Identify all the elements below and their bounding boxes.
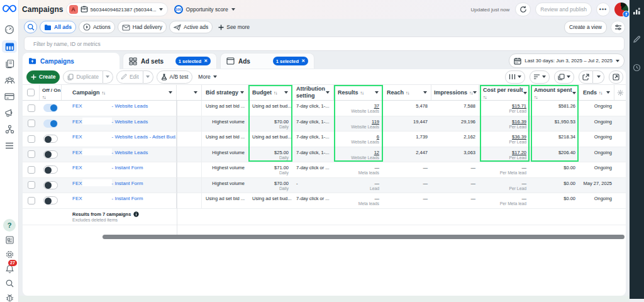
duplicate-more-button[interactable] bbox=[103, 70, 113, 84]
sidebar-item-notifications[interactable]: 27 bbox=[2, 263, 17, 274]
cell-results[interactable]: 119Website Leads bbox=[334, 116, 383, 131]
column-header-extra[interactable] bbox=[177, 85, 202, 100]
more-options-button[interactable]: ••• bbox=[596, 3, 610, 16]
create-button[interactable]: Create bbox=[26, 70, 60, 84]
tab-ad-sets[interactable]: Ad sets 1 selected✕ bbox=[123, 53, 217, 69]
row-checkbox[interactable] bbox=[23, 178, 40, 193]
export-button[interactable] bbox=[579, 70, 593, 84]
row-checkbox[interactable] bbox=[23, 131, 40, 147]
close-icon[interactable]: ✕ bbox=[204, 59, 208, 64]
tab-campaigns[interactable]: Campaigns bbox=[23, 53, 119, 69]
campaign-toggle[interactable] bbox=[40, 178, 62, 193]
campaign-name-link[interactable]: FEX- Website Leads bbox=[62, 101, 177, 116]
filter-chip-active-ads[interactable]: Active ads bbox=[169, 21, 213, 33]
selected-badge[interactable]: 1 selected✕ bbox=[175, 57, 211, 65]
date-range-selector[interactable]: Last 30 days: Jun 3, 2025 – Jul 2, 2025 bbox=[509, 53, 625, 68]
cell-results[interactable]: 37Website Leads bbox=[334, 101, 383, 116]
campaign-toggle[interactable] bbox=[40, 101, 62, 116]
column-header-ends[interactable]: Ends↑↓ bbox=[579, 85, 614, 100]
breakdown-button[interactable] bbox=[530, 70, 550, 84]
table-row[interactable]: FEX- Instant Form Highest volume $70.00D… bbox=[23, 178, 626, 194]
refresh-button[interactable] bbox=[515, 3, 531, 16]
cell-cost-per-result[interactable]: $36.39Per Lead bbox=[479, 131, 530, 147]
columns-button[interactable] bbox=[505, 70, 525, 84]
sidebar-item-campaigns[interactable] bbox=[2, 40, 17, 53]
column-header-bid-strategy[interactable]: Bid strategy bbox=[202, 85, 248, 100]
duplicate-button[interactable]: Duplicate bbox=[63, 70, 103, 84]
column-header-results[interactable]: Results↑↓ bbox=[334, 85, 383, 100]
cell-cost-per-result[interactable]: —Per Lead bbox=[479, 178, 530, 193]
table-row[interactable]: FEX- Instant Form Highest volume $71.00D… bbox=[23, 162, 626, 178]
open-in-new-button[interactable] bbox=[609, 70, 623, 84]
info-icon[interactable] bbox=[133, 211, 139, 217]
column-header-amount-spent[interactable]: Amount spent↑↓ bbox=[530, 85, 579, 100]
selected-badge[interactable]: 1 selected✕ bbox=[273, 57, 308, 65]
campaign-name-link[interactable]: FEX- Website Leads bbox=[62, 116, 177, 131]
campaign-toggle[interactable] bbox=[40, 193, 62, 208]
column-settings-button[interactable] bbox=[614, 85, 626, 100]
column-header-budget[interactable]: Budget↑↓ bbox=[248, 85, 292, 100]
campaign-name-link[interactable]: FEX- Instant Form bbox=[62, 162, 177, 177]
campaign-toggle[interactable] bbox=[40, 116, 62, 131]
column-header-onoff[interactable]: Off / On↑↓ bbox=[40, 85, 62, 100]
column-header-reach[interactable]: Reach↑↓ bbox=[383, 85, 431, 100]
sidebar-item-settings[interactable] bbox=[2, 249, 17, 260]
meta-logo-icon[interactable] bbox=[2, 4, 17, 14]
campaign-toggle[interactable] bbox=[40, 147, 62, 162]
search-button[interactable] bbox=[24, 21, 37, 33]
ab-test-button[interactable]: A/B test bbox=[157, 70, 193, 84]
sidebar-item-account-overview[interactable] bbox=[2, 24, 17, 35]
campaign-name-link[interactable]: FEX- Instant Form bbox=[62, 193, 177, 208]
table-row[interactable]: FEX- Website Leads Highest volume $25.00… bbox=[23, 147, 626, 163]
sidebar-item-updates[interactable] bbox=[2, 234, 17, 245]
sidebar-item-help[interactable]: ? bbox=[2, 220, 17, 231]
cell-results[interactable]: —Meta leads bbox=[334, 193, 383, 208]
table-row[interactable]: FEX- Website Leads Highest volume $70.00… bbox=[23, 116, 626, 132]
review-and-publish-button[interactable]: Review and publish bbox=[535, 3, 592, 16]
row-checkbox[interactable] bbox=[23, 147, 40, 162]
sidebar-item-billing[interactable] bbox=[2, 91, 17, 102]
edit-pencil-icon[interactable] bbox=[633, 35, 641, 43]
view-settings-button[interactable] bbox=[611, 21, 625, 34]
filter-chip-all-ads[interactable]: All ads bbox=[40, 21, 76, 33]
see-more-button[interactable]: See more bbox=[218, 24, 250, 30]
account-selector[interactable]: A 560344094621387 (560344... bbox=[66, 3, 168, 16]
export-more-button[interactable] bbox=[593, 70, 604, 84]
campaign-toggle[interactable] bbox=[40, 131, 62, 147]
column-header-impressions[interactable]: Impressions↑↓ bbox=[431, 85, 479, 100]
cell-cost-per-result[interactable]: $15.71Per Lead bbox=[479, 101, 530, 116]
table-row[interactable]: FEX- Instant Form Using ad set bid ... U… bbox=[23, 193, 626, 209]
column-header-attribution[interactable]: Attribution setting bbox=[292, 85, 334, 100]
table-row[interactable]: FEX- Website Leads Using ad set bid ... … bbox=[23, 101, 626, 116]
sidebar-item-ads-reporting[interactable] bbox=[2, 58, 17, 69]
profile-avatar[interactable]: f bbox=[614, 3, 628, 16]
column-header-campaign[interactable]: Campaign↑↓ bbox=[62, 85, 177, 100]
row-checkbox[interactable] bbox=[23, 162, 40, 177]
cell-cost-per-result[interactable]: —Per Meta lead bbox=[479, 162, 530, 177]
table-row[interactable]: FEX- Website Leads - Adset Bud... Using … bbox=[23, 131, 626, 147]
select-all-checkbox[interactable] bbox=[23, 85, 40, 100]
sidebar-item-search[interactable] bbox=[2, 277, 17, 289]
filter-chip-had-delivery[interactable]: Had delivery bbox=[118, 21, 167, 33]
cell-results[interactable]: —Meta leads bbox=[334, 162, 383, 177]
filter-search-input[interactable]: Filter by name, ID or metrics bbox=[24, 36, 625, 51]
sidebar-item-report-bug[interactable] bbox=[2, 292, 17, 302]
sidebar-item-all-tools[interactable] bbox=[2, 140, 17, 151]
close-icon[interactable]: ✕ bbox=[301, 59, 305, 64]
opportunity-score[interactable]: 100 Opportunity score bbox=[174, 5, 235, 14]
tab-ads[interactable]: Ads 1 selected✕ bbox=[220, 53, 314, 69]
filter-chip-actions[interactable]: Actions bbox=[79, 21, 115, 33]
create-view-button[interactable]: Create a view bbox=[564, 21, 607, 34]
sidebar-item-assets[interactable] bbox=[2, 123, 17, 135]
sidebar-item-advertise[interactable] bbox=[2, 107, 17, 118]
reports-button[interactable] bbox=[554, 70, 574, 84]
campaign-name-link[interactable]: FEX- Instant Form bbox=[62, 178, 177, 193]
row-checkbox[interactable] bbox=[23, 116, 40, 131]
cell-results[interactable]: 6Website Leads bbox=[334, 131, 383, 147]
history-clock-icon[interactable] bbox=[633, 64, 641, 72]
cell-cost-per-result[interactable]: $17.20Per Lead bbox=[479, 147, 530, 162]
cell-cost-per-result[interactable]: —Per Meta lead bbox=[479, 193, 530, 208]
campaign-name-link[interactable]: FEX- Website Leads - Adset Bud... bbox=[62, 131, 177, 147]
column-header-cost-per-result[interactable]: Cost per result↑↓ bbox=[479, 85, 530, 100]
insights-chart-icon[interactable] bbox=[633, 7, 641, 15]
